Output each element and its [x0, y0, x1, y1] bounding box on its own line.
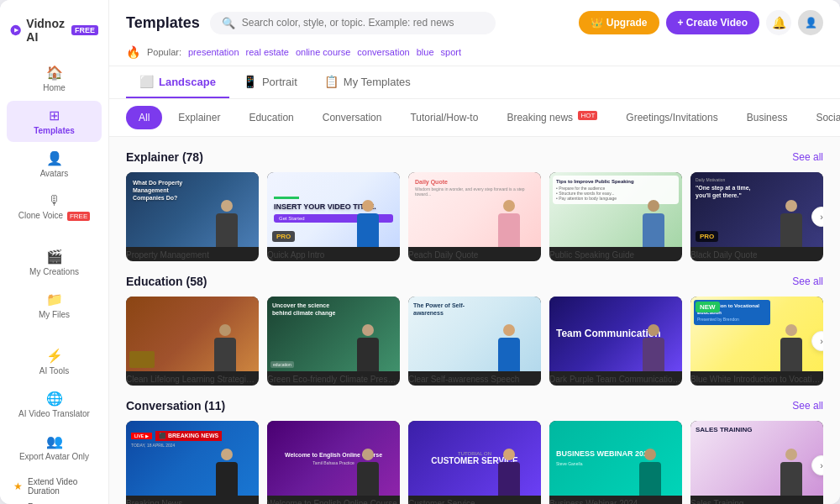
sidebar-item-my-creations[interactable]: 🎬 My Creations [7, 242, 102, 283]
view-tabs: ⬜ Landscape 📱 Portrait 📋 My Templates [109, 66, 840, 99]
sidebar-item-export-avatar[interactable]: 👥 Export Avatar Only [7, 427, 102, 468]
person-silhouette-9 [628, 307, 679, 371]
templates-icon: ⊞ [49, 108, 60, 123]
template-card-english-course[interactable]: Welcome to English Online Course Tamil B… [267, 421, 400, 504]
sidebar-item-clone-voice[interactable]: 🎙 Clone Voice FREE [7, 186, 102, 227]
cat-tab-greetings[interactable]: Greetings/Invitations [613, 106, 730, 129]
person-silhouette-14 [625, 432, 675, 496]
my-templates-label: My Templates [344, 76, 411, 88]
portrait-label: Portrait [262, 76, 297, 88]
black-daily-text: "One step at a time, you'll get there." [696, 184, 764, 199]
cat-tab-tutorial[interactable]: Tutorial/How-to [397, 106, 491, 129]
explainer-see-all[interactable]: See all [792, 151, 823, 163]
popular-tag-presentation[interactable]: presentation [188, 47, 239, 57]
popular-tags-row: 🔥 Popular: presentation real estate onli… [126, 42, 823, 66]
tab-my-templates[interactable]: 📋 My Templates [311, 66, 424, 98]
sidebar-label-ai-tools: AI Tools [39, 366, 69, 375]
popular-label: Popular: [147, 47, 181, 57]
header: Templates 🔍 👑 Upgrade + Create Video 🔔 [109, 0, 840, 66]
sidebar-item-my-files[interactable]: 📁 My Files [7, 285, 102, 326]
template-card-black-daily[interactable]: Daily Motivation "One step at a time, yo… [690, 172, 823, 261]
sil-head-8 [503, 324, 515, 336]
cat-tab-conversation[interactable]: Conversation [310, 106, 395, 129]
new-badge-vocational: NEW [696, 302, 720, 312]
tab-landscape[interactable]: ⬜ Landscape [126, 66, 229, 98]
premium-features: ★ Extend Video Duration ★ Remove Waterma… [0, 469, 108, 504]
notification-button[interactable]: 🔔 [766, 10, 791, 35]
template-card-webinar[interactable]: BUSINESS WEBINAR 2024 Steve Ganella Busi… [549, 421, 682, 504]
card-label-vocational: Blue White Introduction to Vocational... [690, 371, 823, 386]
sil-body-13 [498, 462, 520, 496]
person-silhouette-13 [484, 432, 534, 496]
cat-tab-social-media[interactable]: Social media [803, 106, 840, 129]
landscape-icon: ⬜ [139, 75, 154, 88]
sidebar-item-home[interactable]: 🏠 Home [7, 58, 102, 99]
template-card-vocational[interactable]: Introduction to Vocational Education Pre… [690, 297, 823, 386]
sil-body-12 [357, 462, 379, 496]
sil-head-10 [785, 324, 797, 336]
logo-icon [10, 19, 21, 41]
person-silhouette-5 [766, 183, 816, 247]
popular-tag-conversation[interactable]: conversation [357, 47, 409, 57]
sidebar-bottom: ★ Extend Video Duration ★ Remove Waterma… [0, 469, 108, 504]
card-label-black-daily: Black Daily Quote [690, 247, 823, 261]
template-card-peach-quote[interactable]: Daily Quote Wisdom begins in wonder, and… [408, 172, 541, 261]
sidebar-label-my-creations: My Creations [29, 267, 79, 276]
template-card-clean-learning[interactable]: Clean Lifelong Learning Strategies Speec… [126, 297, 259, 386]
cat-tab-education[interactable]: Education [236, 106, 306, 129]
portrait-icon: 📱 [243, 75, 257, 88]
card-label-sales-training: Sales Training [690, 496, 823, 504]
sidebar-item-avatars[interactable]: 👤 Avatars [7, 144, 102, 185]
sidebar-item-templates[interactable]: ⊞ Templates [7, 101, 102, 142]
create-video-button[interactable]: + Create Video [666, 11, 759, 34]
cat-tab-all[interactable]: All [126, 106, 162, 129]
free-badge: FREE [71, 25, 98, 35]
template-card-sales-training[interactable]: SALES TRAINING Sales Training [690, 421, 823, 504]
template-card-climate[interactable]: Uncover the science behind climate chang… [267, 297, 400, 386]
popular-tag-real-estate[interactable]: real estate [246, 47, 289, 57]
popular-tag-blue[interactable]: blue [417, 47, 434, 57]
tab-portrait[interactable]: 📱 Portrait [229, 66, 311, 98]
cat-tab-breaking-news[interactable]: Breaking news HOT [494, 106, 610, 129]
section-explainer: Explainer (78) See all What Do Property … [126, 150, 823, 261]
search-icon: 🔍 [222, 17, 235, 29]
sidebar-item-ai-video-translator[interactable]: 🌐 AI Video Translator [7, 384, 102, 425]
person-silhouette-15 [766, 432, 816, 496]
search-input[interactable] [242, 17, 484, 29]
education-title: Education (58) [126, 275, 207, 288]
app-name: Vidnoz AI [26, 17, 65, 44]
template-card-team-comm[interactable]: Team Communication Dark Purple Team Comm… [549, 297, 682, 386]
sil-head-14 [644, 449, 656, 460]
sidebar-label-avatars: Avatars [40, 169, 69, 178]
cat-explainer-label: Explainer [178, 112, 220, 123]
sidebar-item-ai-tools[interactable]: ⚡ AI Tools [7, 341, 102, 382]
conversation-see-all[interactable]: See all [792, 400, 823, 412]
upgrade-button[interactable]: 👑 Upgrade [579, 11, 659, 34]
user-avatar[interactable]: 👤 [798, 10, 823, 35]
conversation-section-header: Conversation (11) See all [126, 399, 823, 412]
sil-body-5 [780, 213, 802, 247]
cat-tab-business[interactable]: Business [734, 106, 801, 129]
sil-head-6 [219, 324, 231, 336]
popular-tag-online-course[interactable]: online course [296, 47, 350, 57]
popular-tag-sport[interactable]: sport [441, 47, 461, 57]
home-icon: 🏠 [46, 65, 63, 81]
sidebar-label-clone-voice: Clone Voice FREE [18, 211, 91, 220]
template-card-breaking-news[interactable]: LIVE ▶ ⬛ BREAKING NEWS TODAY, 18 APRIL 2… [126, 421, 259, 504]
template-card-self-awareness[interactable]: The Power of Self-awareness Clear Self-a… [408, 297, 541, 386]
template-card-quick-app[interactable]: INSERT YOUR VIDEO TITLE. Get Started PRO… [267, 172, 400, 261]
star-icon-1: ★ [13, 480, 23, 492]
template-card-customer-service[interactable]: TUTORIAL ON CUSTOMER SERVICE Customer Se… [408, 421, 541, 504]
template-card-prop-mgmt[interactable]: What Do Property Management Companies Do… [126, 172, 259, 261]
education-see-all[interactable]: See all [792, 276, 823, 287]
card-label-quick-app: Quick App Intro [267, 247, 400, 261]
section-conversation: Conversation (11) See all LIVE ▶ ⬛ BREAK… [126, 399, 823, 504]
person-silhouette-12 [343, 432, 393, 496]
conversation-grid: LIVE ▶ ⬛ BREAKING NEWS TODAY, 18 APRIL 2… [126, 421, 823, 504]
landscape-label: Landscape [159, 76, 216, 88]
template-card-public-speaking[interactable]: Tips to Improve Public Speaking • Prepar… [549, 172, 682, 261]
climate-text-overlay: Uncover the science behind climate chang… [272, 302, 340, 317]
create-label: + Create Video [678, 17, 748, 29]
person-silhouette-11 [202, 432, 252, 496]
cat-tab-explainer[interactable]: Explainer [165, 106, 233, 129]
